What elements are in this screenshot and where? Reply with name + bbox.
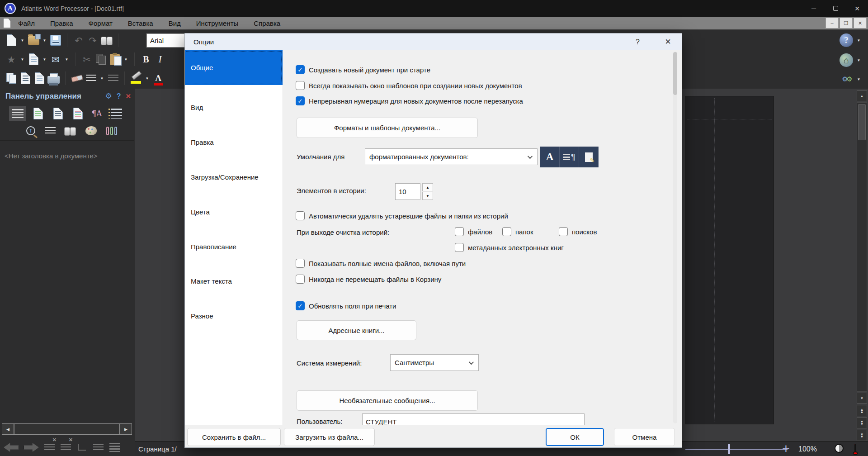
previous-page-button[interactable]: ▲▲ [857,405,867,416]
panel-close-icon[interactable]: ✕ [125,92,131,100]
menu-insert[interactable]: Вставка [128,19,153,27]
open-document-button[interactable] [28,33,39,48]
todo-pane-button[interactable] [50,106,66,121]
zoom-in-button[interactable]: + [782,444,790,453]
vscroll-down-button[interactable]: ▼ [857,393,867,404]
checkbox-label[interactable]: Создавать новый документ при старте [309,66,430,74]
cut-button[interactable]: ✂ [81,52,93,67]
print-preview-button[interactable] [33,71,45,86]
checkbox-never-recycle[interactable] [296,275,305,284]
paragraph-defaults-button[interactable]: ¶ [560,147,579,167]
remove-indent-button[interactable]: ✕ [43,440,55,455]
redo-button[interactable]: ↷ [87,33,99,48]
checkbox-label[interactable]: метаданных электронных книг [468,244,564,252]
checkbox-label[interactable]: папок [515,228,533,236]
send-mail-button[interactable]: ✉ [50,52,61,67]
measurement-combobox[interactable]: Сантиметры [390,354,479,371]
restore-button[interactable] [825,0,846,17]
panel-help-icon[interactable]: ? [117,92,121,100]
paragraph-marks-button[interactable] [85,71,97,86]
styles-pane-button[interactable] [70,106,86,121]
highlight-dropdown[interactable]: ▼ [144,76,150,81]
print-button[interactable] [47,71,60,86]
optional-messages-button[interactable]: Необязательные сообщения... [297,390,478,411]
undo-button[interactable]: ↶ [73,33,85,48]
panel-gear-icon[interactable]: ⚙ [105,91,112,101]
formats-templates-button[interactable]: Форматы и шаблоны документа... [297,118,478,138]
settings-button[interactable]: ⚙⚙ [840,72,853,86]
mdi-restore-button[interactable]: ❐ [840,18,853,28]
history-items-input[interactable]: 10 [395,183,420,200]
save-special-button[interactable] [28,52,39,67]
erase-formatting-button[interactable] [71,71,83,86]
settings-dropdown[interactable]: ▼ [856,77,862,81]
menu-view[interactable]: Вид [169,19,181,27]
bold-button[interactable]: B [140,52,152,67]
dialog-scrollbar-thumb[interactable] [673,52,677,95]
help-dropdown[interactable]: ▼ [856,38,862,43]
bookmarks-pane-button[interactable] [30,106,46,121]
checkbox-label[interactable]: Показывать полные имена файлов, включая … [309,260,466,267]
checkbox-label[interactable]: поисков [572,228,597,236]
nav-item-load-save[interactable]: Загрузка/Сохранение [185,173,283,181]
panel-scroll-left-button[interactable]: ◀ [2,423,14,435]
align-left-button[interactable] [92,440,104,455]
save-to-file-button[interactable]: Сохранить в файл... [187,428,281,446]
cancel-button[interactable]: Отмена [614,428,675,446]
document-defaults-button[interactable] [579,147,599,167]
checkbox-create-new-document[interactable]: ✓ [296,65,305,74]
nav-item-general[interactable]: Общие [185,50,283,85]
document-properties-button[interactable] [5,71,17,86]
nav-item-colors[interactable]: Цвета [185,208,283,216]
attachments-pane-button[interactable] [104,123,119,138]
address-books-button[interactable]: Адресные книги... [297,320,416,340]
menu-format[interactable]: Формат [89,19,113,27]
find-button[interactable] [101,33,113,48]
paste-button[interactable] [109,52,121,67]
new-document-dropdown[interactable]: ▼ [19,38,25,43]
new-document-button[interactable] [5,33,17,48]
nav-item-misc[interactable]: Разное [185,312,283,320]
close-button[interactable]: ✕ [846,0,868,17]
mdi-minimize-button[interactable]: – [826,18,839,28]
nav-item-edit[interactable]: Правка [185,138,283,146]
minimize-button[interactable]: ─ [803,0,825,17]
menu-edit[interactable]: Правка [50,19,73,27]
open-document-dropdown[interactable]: ▼ [42,38,47,43]
menu-help[interactable]: Справка [254,19,280,27]
nav-item-view[interactable]: Вид [185,104,283,111]
web-home-dropdown[interactable]: ▼ [856,58,862,62]
notification-bell-icon[interactable] [854,444,856,453]
zoom-slider-thumb[interactable] [728,444,730,454]
nav-item-spelling[interactable]: Правописание [185,243,283,251]
dialog-scrollbar-track[interactable] [673,52,677,423]
contrast-toggle[interactable] [835,444,844,453]
dialog-close-button[interactable]: ✕ [658,33,678,50]
zoom-slider-track[interactable] [685,449,788,450]
panel-scrollbar-track[interactable] [14,423,120,435]
dialog-title-bar[interactable]: Опции [185,33,682,50]
checkbox-clear-ebook-metadata[interactable] [455,243,464,252]
vscrollbar-track[interactable] [857,102,867,392]
ok-button[interactable]: ОК [546,428,604,446]
save-special-dropdown[interactable]: ▼ [42,57,47,62]
typography-pane-button[interactable]: ¶A [90,106,105,121]
panel-scroll-right-button[interactable]: ▶ [120,423,132,435]
line-spacing-button[interactable] [107,71,119,86]
highlight-button[interactable] [130,71,142,86]
italic-button[interactable]: I [154,52,166,67]
checkbox-show-templates[interactable] [296,81,305,90]
font-defaults-button[interactable]: A [540,147,560,167]
defaults-combobox[interactable]: форматированных документов: [365,148,538,165]
nav-item-text-layout[interactable]: Макет текста [185,277,283,285]
user-name-input[interactable]: СТУДЕНТ [362,413,585,426]
font-color-button[interactable]: A [152,71,164,86]
help-button[interactable]: ? [840,33,853,47]
checkbox-clear-files[interactable] [455,227,464,236]
wrap-button[interactable] [76,440,88,455]
checkbox-auto-delete-history[interactable] [296,211,305,220]
checkbox-clear-searches[interactable] [559,227,568,236]
paste-dropdown[interactable]: ▼ [123,57,129,62]
menu-file[interactable]: Файл [18,19,35,27]
paragraph-dropdown[interactable]: ▼ [99,76,105,81]
